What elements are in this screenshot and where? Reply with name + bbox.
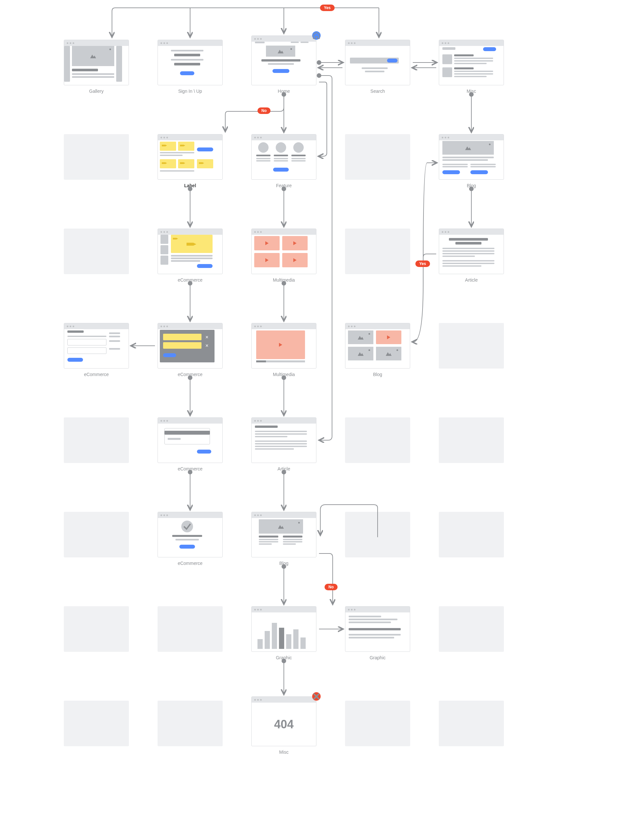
body bbox=[158, 518, 222, 557]
play bbox=[256, 330, 305, 359]
body bbox=[64, 329, 129, 368]
titlebar bbox=[252, 512, 316, 518]
pill-no: No bbox=[258, 107, 271, 114]
node-b3_5 bbox=[439, 323, 504, 369]
search-button bbox=[387, 59, 398, 62]
bar bbox=[442, 67, 452, 77]
body bbox=[158, 235, 222, 274]
body bbox=[252, 140, 316, 179]
bar bbox=[255, 431, 307, 432]
checkout-button bbox=[163, 353, 176, 357]
darkbar bbox=[165, 431, 210, 435]
bar bbox=[442, 255, 475, 257]
bar bbox=[442, 250, 494, 252]
submit-button bbox=[67, 358, 83, 362]
bar bbox=[255, 448, 294, 450]
node-ecom3 bbox=[157, 417, 223, 463]
close-badge-icon bbox=[312, 692, 321, 701]
body bbox=[252, 235, 316, 274]
chart-bar bbox=[272, 623, 277, 649]
label-label: Label bbox=[157, 183, 223, 188]
bar bbox=[454, 63, 487, 64]
bar bbox=[171, 255, 213, 257]
bar bbox=[255, 42, 265, 43]
node-b1_1 bbox=[64, 134, 129, 180]
bar bbox=[349, 622, 391, 623]
titlebar bbox=[439, 229, 504, 235]
label-multimedia2: Multimedia bbox=[251, 372, 316, 377]
bar bbox=[109, 340, 120, 342]
tag bbox=[178, 142, 194, 151]
remove-icon[interactable]: × bbox=[205, 334, 208, 340]
bar bbox=[109, 333, 120, 334]
pill-no-low: No bbox=[325, 584, 337, 590]
node-b7_1 bbox=[64, 701, 129, 746]
bar bbox=[454, 73, 493, 75]
node-label bbox=[157, 134, 223, 180]
body bbox=[64, 46, 129, 85]
titlebar bbox=[252, 607, 316, 613]
body bbox=[158, 46, 222, 85]
bar bbox=[67, 336, 106, 337]
signin-button bbox=[180, 71, 194, 75]
remove-icon[interactable]: × bbox=[205, 343, 208, 349]
bar bbox=[283, 543, 296, 545]
bar bbox=[64, 46, 70, 82]
titlebar bbox=[252, 229, 316, 235]
bar bbox=[160, 245, 168, 254]
titlebar bbox=[64, 40, 129, 46]
bar bbox=[259, 543, 272, 545]
label-graphic1: Graphic bbox=[251, 655, 316, 660]
node-graphic2 bbox=[345, 606, 410, 652]
pill-yes-mid: Yes bbox=[415, 260, 430, 267]
chart-bar bbox=[258, 639, 263, 649]
feature-circle bbox=[293, 142, 304, 153]
titlebar bbox=[252, 418, 316, 423]
bar bbox=[256, 158, 271, 159]
label-signin: Sign In \ Up bbox=[157, 89, 223, 94]
bar bbox=[171, 260, 200, 262]
bar bbox=[255, 440, 307, 442]
label-miscEnd: Misc bbox=[251, 750, 316, 755]
body bbox=[252, 613, 316, 652]
bar bbox=[442, 157, 494, 158]
node-graphic1 bbox=[251, 606, 316, 652]
bar bbox=[168, 438, 181, 440]
bar bbox=[255, 443, 307, 445]
node-b7_4 bbox=[345, 701, 410, 746]
chart-bar bbox=[300, 638, 306, 649]
bar bbox=[72, 73, 114, 75]
bar bbox=[160, 235, 168, 244]
darkbar bbox=[256, 155, 271, 156]
node-b4_4 bbox=[345, 417, 410, 463]
label-misc: Misc bbox=[439, 89, 504, 94]
label-blog1: Blog bbox=[439, 183, 504, 188]
play bbox=[254, 236, 280, 250]
label-feature: Feature bbox=[251, 183, 316, 188]
label-button bbox=[197, 148, 213, 151]
bar bbox=[274, 158, 288, 159]
bar bbox=[442, 253, 494, 254]
tag bbox=[178, 159, 194, 168]
node-ecom1 bbox=[157, 229, 223, 274]
bar bbox=[349, 616, 381, 617]
bar bbox=[171, 258, 213, 259]
titlebar bbox=[158, 323, 222, 329]
thumb bbox=[348, 347, 373, 361]
bar bbox=[255, 433, 307, 435]
bar bbox=[259, 541, 278, 543]
body bbox=[252, 518, 316, 557]
darkbar bbox=[67, 330, 84, 333]
darkbar bbox=[174, 54, 200, 56]
darkbar bbox=[255, 426, 278, 428]
bar bbox=[291, 42, 299, 43]
label-ecom3: eCommerce bbox=[157, 466, 223, 471]
label-gallery: Gallery bbox=[64, 89, 129, 94]
node-b5_1 bbox=[64, 512, 129, 557]
bar bbox=[116, 46, 122, 82]
body bbox=[439, 235, 504, 274]
body bbox=[345, 46, 410, 85]
input-field bbox=[67, 347, 106, 354]
bar bbox=[454, 76, 487, 77]
thumb bbox=[348, 330, 373, 344]
